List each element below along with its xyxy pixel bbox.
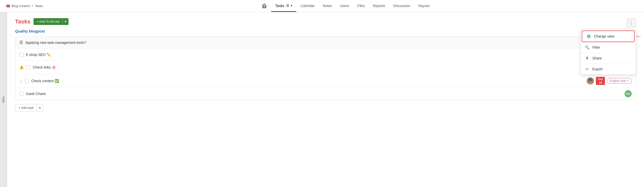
date-badge: Oct 23 [596,77,605,85]
tasks-chevron-icon: ▾ [291,4,292,7]
task-checkbox[interactable] [19,53,23,57]
nav-discussion[interactable]: Discussion [389,0,414,12]
dropdown-menu: ⚙️ Change view 🔍 Filter ⬆ Share ↩ Export [581,29,636,75]
home-icon [262,3,267,9]
add-todo-button[interactable]: + Add To-Do list ▾ [34,18,69,25]
task-checkbox[interactable] [25,79,29,83]
add-todo-arrow[interactable]: ▾ [63,18,69,25]
add-task-main[interactable]: + Add task [15,104,37,111]
tasks-menu-icon: ☰ [286,4,289,8]
three-dot-button[interactable]: ⋮ [627,18,636,27]
nav-items: Tasks ☰ ▾ Calendar Notes Users Files Rep… [53,0,638,13]
avatar: AC [625,90,632,97]
red-arrow-indicator: ← [635,32,642,40]
task-name: Applying new task-management tools? [25,41,632,45]
list-item: E-shop SEO ✏️ [15,49,636,61]
flag-icon: 🇬🇧 [6,4,10,8]
date-month: Oct [597,77,603,81]
task-checkbox[interactable] [19,92,23,96]
task-meta: Oct 23 English task × [587,77,632,85]
page-title: Tasks [15,18,30,25]
list-item: Gantt Charts AC [15,88,636,100]
avatar-image [587,77,594,84]
list-icon: ☰ [19,40,23,45]
share-icon: ⬆ [585,56,589,60]
svg-point-6 [589,79,590,80]
add-task-arrow[interactable]: ▾ [37,104,43,111]
warning-icon: ⚠️ [19,65,24,69]
search-icon: 🔍 [585,45,589,50]
section-title: Quality blogpost [15,29,636,33]
tag-close-icon[interactable]: × [627,79,629,83]
list-item: ⚠️ Check links 🌸 Oct 27 [15,61,636,74]
dropdown-item-export[interactable]: ↩ Export [581,64,636,74]
breadcrumb-current: Tasks [35,4,43,8]
task-meta: AC [625,90,632,97]
gear-icon: ⚙️ [586,34,591,39]
layout: Help Tasks + Add To-Do list ▾ Quality bl… [0,12,644,187]
add-todo-main[interactable]: + Add To-Do list [34,18,63,25]
list-item: ☰ Applying new task-management tools? [15,37,636,49]
nav-calendar[interactable]: Calendar [296,0,319,12]
nav-raynet[interactable]: Raynet [414,0,433,12]
top-nav: 🇬🇧 Blog content > Tasks Tasks ☰ ▾ Calend… [0,0,644,12]
export-icon: ↩ [585,67,589,71]
task-name: Check links 🌸 [33,65,611,69]
main-content: Tasks + Add To-Do list ▾ Quality blogpos… [7,12,644,187]
list-item: △ Check content ✅ Oct [15,74,636,88]
task-name: E-shop SEO ✏️ [26,53,624,57]
nav-home[interactable] [257,0,271,13]
task-list: ☰ Applying new task-management tools? E-… [15,36,636,100]
english-task-tag[interactable]: English task × [607,78,632,84]
svg-point-7 [591,79,592,80]
date-day: 23 [597,81,603,84]
task-name: Check content ✅ [31,79,584,83]
breadcrumb: 🇬🇧 Blog content > Tasks [6,4,43,8]
nav-notes[interactable]: Notes [319,0,336,12]
nav-users[interactable]: Users [336,0,353,12]
dropdown-item-filter[interactable]: 🔍 Filter [581,42,636,53]
task-checkbox[interactable] [26,65,30,69]
tasks-header: Tasks + Add To-Do list ▾ [15,18,636,25]
triangle-warning-icon: △ [19,79,22,83]
nav-tasks[interactable]: Tasks ☰ ▾ [271,0,296,12]
dropdown-item-change-view[interactable]: ⚙️ Change view [582,30,635,42]
add-task-button[interactable]: + Add task ▾ [15,104,43,111]
nav-files[interactable]: Files [353,0,369,12]
nav-reports[interactable]: Reports [369,0,389,12]
dropdown-item-share[interactable]: ⬆ Share [581,53,636,64]
help-sidebar[interactable]: Help [0,12,7,187]
breadcrumb-sep: > [31,4,33,8]
task-name: Gantt Charts [26,92,622,96]
breadcrumb-project[interactable]: Blog content [12,4,30,8]
tag-label: English task [610,79,626,83]
avatar [587,77,594,84]
